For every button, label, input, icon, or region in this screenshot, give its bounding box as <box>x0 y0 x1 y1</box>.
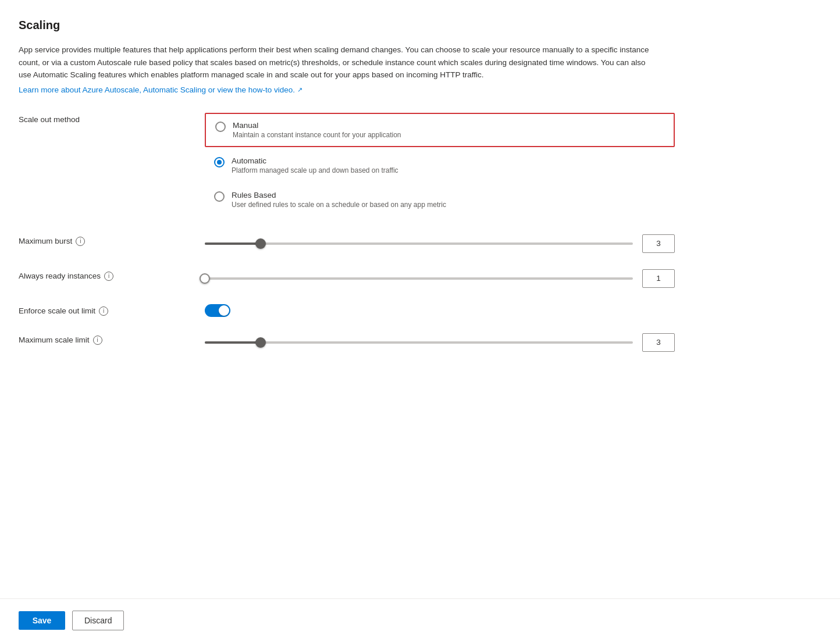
maximum-scale-slider-row: 3 <box>205 333 675 352</box>
radio-rules-sublabel: User defined rules to scale on a schedul… <box>232 201 446 209</box>
enforce-scale-control <box>205 304 675 317</box>
radio-automatic-text: Automatic Platform managed scale up and … <box>232 156 398 174</box>
always-ready-track <box>205 277 633 280</box>
footer: Save Discard <box>0 598 840 642</box>
enforce-scale-toggle[interactable] <box>205 304 230 317</box>
radio-rules-label: Rules Based <box>232 191 446 199</box>
radio-rules[interactable] <box>214 191 225 202</box>
maximum-burst-track-filled <box>205 242 261 245</box>
radio-group: Manual Maintain a constant instance coun… <box>205 113 675 218</box>
scale-out-options: Manual Maintain a constant instance coun… <box>205 113 675 218</box>
always-ready-slider[interactable] <box>205 273 633 284</box>
maximum-burst-track <box>205 242 633 245</box>
radio-option-manual[interactable]: Manual Maintain a constant instance coun… <box>205 113 675 147</box>
radio-manual-text: Manual Maintain a constant instance coun… <box>233 121 401 139</box>
radio-automatic-label: Automatic <box>232 156 398 165</box>
scale-out-method-row: Scale out method Manual Maintain a const… <box>19 113 675 218</box>
learn-more-text: Learn more about Azure Autoscale, Automa… <box>19 85 295 94</box>
maximum-scale-control: 3 <box>205 333 675 352</box>
maximum-scale-row: Maximum scale limit i 3 <box>19 333 675 352</box>
maximum-scale-track <box>205 341 633 344</box>
maximum-scale-info-icon[interactable]: i <box>93 336 102 345</box>
maximum-burst-slider[interactable] <box>205 238 633 249</box>
maximum-scale-value[interactable]: 3 <box>642 333 675 352</box>
radio-automatic[interactable] <box>214 157 225 167</box>
always-ready-label: Always ready instances i <box>19 269 205 281</box>
maximum-burst-slider-row: 3 <box>205 234 675 253</box>
radio-manual-label: Manual <box>233 121 401 130</box>
page-description: App service provides multiple features t… <box>19 44 659 81</box>
external-link-icon: ↗ <box>297 86 302 94</box>
always-ready-slider-row: 1 <box>205 269 675 288</box>
learn-more-link[interactable]: Learn more about Azure Autoscale, Automa… <box>19 85 302 94</box>
enforce-scale-info-icon[interactable]: i <box>99 306 108 316</box>
radio-manual-sublabel: Maintain a constant instance count for y… <box>233 131 401 139</box>
page-title: Scaling <box>19 19 675 32</box>
enforce-scale-row: Enforce scale out limit i <box>19 304 675 317</box>
enforce-scale-toggle-container <box>205 304 675 317</box>
always-ready-value[interactable]: 1 <box>642 269 675 288</box>
radio-option-automatic[interactable]: Automatic Platform managed scale up and … <box>205 149 675 181</box>
radio-option-rules[interactable]: Rules Based User defined rules to scale … <box>205 184 675 216</box>
maximum-burst-row: Maximum burst i 3 <box>19 234 675 253</box>
maximum-burst-value[interactable]: 3 <box>642 234 675 253</box>
always-ready-thumb[interactable] <box>200 273 210 284</box>
radio-automatic-sublabel: Platform managed scale up and down based… <box>232 166 398 174</box>
save-button[interactable]: Save <box>19 611 65 630</box>
enforce-scale-label: Enforce scale out limit i <box>19 304 205 316</box>
enforce-scale-toggle-thumb <box>219 305 229 316</box>
maximum-scale-track-filled <box>205 341 261 344</box>
always-ready-info-icon[interactable]: i <box>104 272 113 281</box>
maximum-burst-info-icon[interactable]: i <box>76 237 85 246</box>
maximum-scale-slider[interactable] <box>205 337 633 348</box>
maximum-burst-thumb[interactable] <box>255 238 266 249</box>
maximum-scale-thumb[interactable] <box>255 337 266 348</box>
always-ready-control: 1 <box>205 269 675 288</box>
radio-manual[interactable] <box>215 122 226 132</box>
radio-rules-text: Rules Based User defined rules to scale … <box>232 191 446 209</box>
maximum-burst-label: Maximum burst i <box>19 234 205 246</box>
maximum-burst-control: 3 <box>205 234 675 253</box>
always-ready-row: Always ready instances i 1 <box>19 269 675 288</box>
discard-button[interactable]: Discard <box>72 611 124 630</box>
maximum-scale-label: Maximum scale limit i <box>19 333 205 345</box>
scale-out-label: Scale out method <box>19 113 205 124</box>
